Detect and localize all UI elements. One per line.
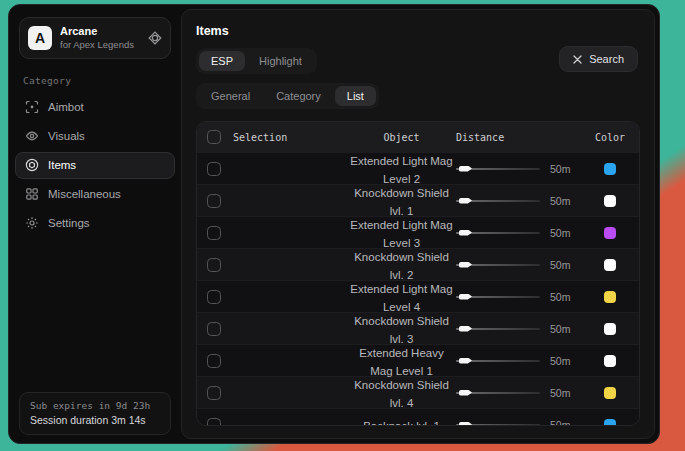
- color-swatch[interactable]: [604, 227, 616, 239]
- gear-icon: [25, 216, 39, 230]
- color-swatch[interactable]: [604, 387, 616, 399]
- tab-highlight[interactable]: Highlight: [247, 51, 314, 71]
- row-checkbox[interactable]: [207, 386, 221, 400]
- slider-thumb[interactable]: [459, 198, 472, 204]
- distance-slider[interactable]: [456, 419, 540, 427]
- sidebar: A Arcane for Apex Legends Category: [9, 5, 181, 443]
- table-row[interactable]: Extended Light Mag Level 3 50m: [197, 216, 639, 248]
- object-name: Knockdown Shield lvl. 1: [354, 187, 449, 217]
- object-name: Knockdown Shield lvl. 2: [354, 251, 449, 281]
- distance-value: 50m: [550, 195, 570, 207]
- object-name: Extended Light Mag Level 4: [350, 283, 452, 313]
- tab-list[interactable]: List: [335, 86, 376, 106]
- sidebar-item-aimbot[interactable]: Aimbot: [15, 94, 175, 121]
- color-swatch[interactable]: [604, 419, 616, 427]
- items-table: Selection Object Distance Color Extended…: [196, 121, 640, 426]
- row-checkbox[interactable]: [207, 290, 221, 304]
- distance-value: 50m: [550, 419, 570, 427]
- color-swatch[interactable]: [604, 163, 616, 175]
- distance-value: 50m: [550, 355, 570, 367]
- app-window: A Arcane for Apex Legends Category: [8, 4, 660, 444]
- crosshair-icon: [25, 100, 39, 114]
- object-name: Extended Heavy Mag Level 1: [359, 347, 443, 377]
- color-swatch[interactable]: [604, 323, 616, 335]
- row-checkbox[interactable]: [207, 354, 221, 368]
- color-swatch[interactable]: [604, 355, 616, 367]
- tab-category[interactable]: Category: [264, 86, 333, 106]
- table-row[interactable]: Extended Heavy Mag Level 1 50m: [197, 344, 639, 376]
- sidebar-item-label: Items: [48, 159, 76, 171]
- sidebar-item-miscellaneous[interactable]: Miscellaneous: [15, 181, 175, 208]
- box-icon: [25, 158, 39, 172]
- row-checkbox[interactable]: [207, 226, 221, 240]
- distance-slider[interactable]: [456, 227, 540, 239]
- slider-thumb[interactable]: [459, 422, 472, 427]
- column-header-selection: Selection: [233, 132, 287, 143]
- distance-slider[interactable]: [456, 355, 540, 367]
- tab-general[interactable]: General: [199, 86, 262, 106]
- search-button-label: Search: [589, 53, 624, 65]
- slider-thumb[interactable]: [459, 390, 472, 396]
- distance-slider[interactable]: [456, 259, 540, 271]
- table-row[interactable]: Extended Light Mag Level 2 50m: [197, 152, 639, 184]
- view-tabs: General Category List: [196, 83, 379, 109]
- color-swatch[interactable]: [604, 291, 616, 303]
- slider-thumb[interactable]: [459, 326, 472, 332]
- distance-slider[interactable]: [456, 323, 540, 335]
- color-swatch[interactable]: [604, 195, 616, 207]
- slider-thumb[interactable]: [459, 294, 472, 300]
- object-name: Extended Light Mag Level 2: [350, 155, 452, 185]
- sidebar-item-items[interactable]: Items: [15, 152, 175, 179]
- distance-slider[interactable]: [456, 291, 540, 303]
- session-duration-text: Session duration 3m 14s: [30, 414, 160, 426]
- distance-value: 50m: [550, 387, 570, 399]
- table-header-row: Selection Object Distance Color: [197, 122, 639, 152]
- slider-thumb[interactable]: [459, 230, 472, 236]
- select-all-checkbox[interactable]: [207, 130, 221, 144]
- table-row[interactable]: Knockdown Shield lvl. 4 50m: [197, 376, 639, 408]
- search-button[interactable]: Search: [559, 46, 638, 72]
- sub-expiry-text: Sub expires in 9d 23h: [30, 400, 160, 411]
- object-name: Extended Light Mag Level 3: [350, 219, 452, 249]
- slider-thumb[interactable]: [459, 166, 472, 172]
- slider-thumb[interactable]: [459, 262, 472, 268]
- distance-value: 50m: [550, 227, 570, 239]
- table-row[interactable]: Backpack lvl. 1 50m: [197, 408, 639, 426]
- table-row[interactable]: Knockdown Shield lvl. 1 50m: [197, 184, 639, 216]
- sidebar-item-label: Miscellaneous: [48, 188, 121, 200]
- app-subtitle: for Apex Legends: [60, 39, 140, 51]
- sidebar-item-visuals[interactable]: Visuals: [15, 123, 175, 150]
- app-header-card[interactable]: A Arcane for Apex Legends: [19, 17, 171, 59]
- slider-thumb[interactable]: [459, 358, 472, 364]
- table-row[interactable]: Extended Light Mag Level 4 50m: [197, 280, 639, 312]
- distance-value: 50m: [550, 259, 570, 271]
- grid-icon: [25, 187, 39, 201]
- table-row[interactable]: Knockdown Shield lvl. 3 50m: [197, 312, 639, 344]
- sidebar-item-label: Settings: [48, 217, 90, 229]
- row-checkbox[interactable]: [207, 322, 221, 336]
- row-checkbox[interactable]: [207, 258, 221, 272]
- row-checkbox[interactable]: [207, 194, 221, 208]
- sidebar-item-label: Aimbot: [48, 101, 84, 113]
- page-title: Items: [196, 24, 640, 38]
- distance-slider[interactable]: [456, 195, 540, 207]
- distance-value: 50m: [550, 163, 570, 175]
- compass-badge-icon[interactable]: [148, 31, 162, 45]
- app-logo: A: [28, 26, 52, 50]
- sidebar-item-settings[interactable]: Settings: [15, 210, 175, 237]
- distance-value: 50m: [550, 291, 570, 303]
- row-checkbox[interactable]: [207, 162, 221, 176]
- row-checkbox[interactable]: [207, 418, 221, 427]
- table-row[interactable]: Knockdown Shield lvl. 2 50m: [197, 248, 639, 280]
- close-icon: [573, 55, 582, 64]
- sidebar-item-label: Visuals: [48, 130, 85, 142]
- subscription-card: Sub expires in 9d 23h Session duration 3…: [19, 392, 171, 435]
- app-name: Arcane: [60, 25, 140, 39]
- color-swatch[interactable]: [604, 259, 616, 271]
- main-panel: Items ESP Highlight General Category Lis…: [181, 9, 655, 439]
- distance-slider[interactable]: [456, 163, 540, 175]
- object-name: Knockdown Shield lvl. 4: [354, 379, 449, 409]
- column-header-distance: Distance: [456, 132, 591, 143]
- distance-slider[interactable]: [456, 387, 540, 399]
- tab-esp[interactable]: ESP: [199, 51, 245, 71]
